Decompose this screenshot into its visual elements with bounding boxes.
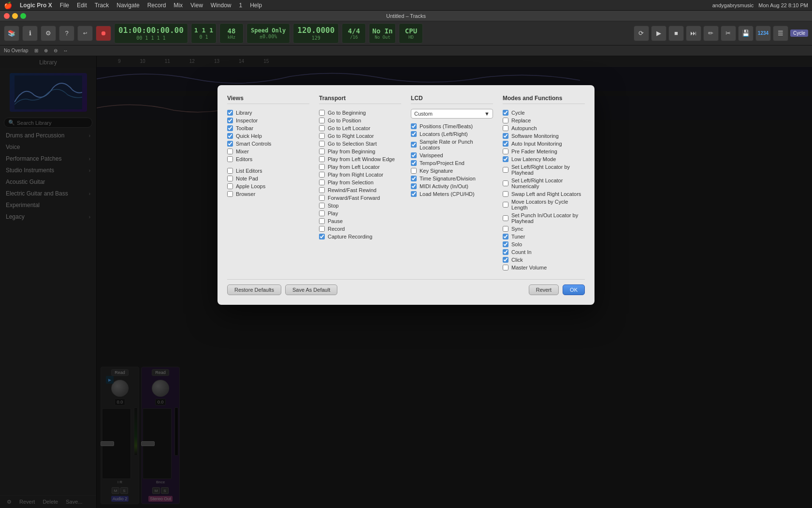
save-as-default-btn[interactable]: Save As Default [285,284,337,295]
mode-cycle-cb[interactable] [503,110,508,116]
mode-setlr-num[interactable]: Set Left/Right Locator Numerically [503,177,585,190]
tr-gotobeg-cb[interactable] [319,110,325,116]
views-appleloops[interactable]: Apple Loops [227,182,309,190]
mode-prefader-cb[interactable] [503,149,508,154]
tr-playsel-cb[interactable] [319,179,325,185]
menu-edit[interactable]: Edit [77,2,87,9]
lcd-varispeed[interactable]: Varispeed [411,151,493,159]
toolbar2-zoom-in-btn[interactable]: ⊕ [42,47,50,54]
tr-gotopos[interactable]: Go to Position [319,117,401,124]
mode-sync[interactable]: Sync [503,225,585,233]
tr-gotosel[interactable]: Go to Selection Start [319,140,401,148]
views-smartcontrols[interactable]: Smart Controls [227,140,309,148]
menu-file[interactable]: File [60,2,69,9]
mode-solo[interactable]: Solo [503,240,585,248]
mode-master-vol[interactable]: Master Volume [503,264,585,271]
views-browser[interactable]: Browser [227,190,309,198]
menu-btn[interactable]: ☰ [773,26,788,41]
tr-gotoleft[interactable]: Go to Left Locator [319,124,401,132]
undo-btn[interactable]: ↩ [77,26,93,41]
lcd-sample[interactable]: Sample Rate or Punch Locators [411,138,493,151]
toolbar2-zoom-out-btn[interactable]: ⊖ [52,47,59,54]
views-smartcontrols-checkbox[interactable] [227,141,233,147]
mode-master-vol-cb[interactable] [503,265,508,270]
tr-playleft-win[interactable]: Play from Left Window Edge [319,155,401,163]
lcd-timesig-cb[interactable] [411,176,417,181]
no-overlap-btn[interactable]: No Overlap [2,47,30,54]
tr-rewind[interactable]: Rewind/Fast Rewind [319,186,401,194]
mode-setlr-num-cb[interactable] [503,180,508,186]
views-appleloops-checkbox[interactable] [227,183,233,189]
maximize-button[interactable] [20,13,26,19]
views-quickhelp-checkbox[interactable] [227,133,233,139]
toolbar2-arrange-btn[interactable]: ↔ [61,47,70,54]
lcd-tempo-cb[interactable] [411,160,417,166]
tr-capture-cb[interactable] [319,234,325,239]
revert-modal-btn[interactable]: Revert [529,284,559,295]
toolbar2-grid-btn[interactable]: ⊞ [32,47,40,54]
mode-autopunch[interactable]: Autopunch [503,124,585,132]
tr-rewind-cb[interactable] [319,187,325,193]
save-btn[interactable]: 💾 [738,26,754,41]
mode-low-latency-cb[interactable] [503,156,508,162]
views-library[interactable]: Library [227,109,309,117]
lcd-positions-cb[interactable] [411,123,417,129]
menu-1[interactable]: 1 [239,2,243,9]
menu-record[interactable]: Record [147,2,166,9]
tr-gotopos-cb[interactable] [319,118,325,123]
views-editors[interactable]: Editors [227,155,309,163]
menu-view[interactable]: View [190,2,203,9]
app-name[interactable]: Logic Pro X [20,2,52,9]
menu-help[interactable]: Help [250,2,262,9]
mode-solo-cb[interactable] [503,241,508,247]
mode-setlr-play-cb[interactable] [503,167,508,173]
views-quickhelp[interactable]: Quick Help [227,132,309,140]
mode-autopunch-cb[interactable] [503,125,508,131]
lcd-keysig[interactable]: Key Signature [411,167,493,175]
views-toolbar[interactable]: Toolbar [227,124,309,132]
tr-play[interactable]: Play [319,209,401,217]
tr-playleft-win-cb[interactable] [319,156,325,162]
apple-menu[interactable]: 🍎 [4,1,12,9]
mode-tuner-cb[interactable] [503,234,508,239]
tr-stop-cb[interactable] [319,203,325,209]
tr-record-cb[interactable] [319,226,325,232]
mode-tuner[interactable]: Tuner [503,233,585,240]
views-mixer-checkbox[interactable] [227,149,233,154]
help-btn[interactable]: ? [59,26,74,41]
play-btn[interactable]: ▶ [651,26,667,41]
tr-capture[interactable]: Capture Recording [319,233,401,240]
mode-set-punch[interactable]: Set Punch In/Out Locator by Playhead [503,211,585,225]
lcd-sample-cb[interactable] [411,142,417,148]
mode-move-cycle[interactable]: Move Locators by Cycle Length [503,198,585,211]
tr-record[interactable]: Record [319,225,401,233]
mode-move-cycle-cb[interactable] [503,202,508,208]
tr-forward-cb[interactable] [319,195,325,201]
tr-playright[interactable]: Play from Right Locator [319,171,401,179]
record-btn[interactable]: ⏺ [96,26,111,41]
ok-modal-btn[interactable]: OK [563,284,585,295]
views-toolbar-checkbox[interactable] [227,125,233,131]
count-btn[interactable]: 1234 [755,26,771,41]
menu-window[interactable]: Window [211,2,232,9]
tr-playsel[interactable]: Play from Selection [319,179,401,186]
lcd-positions[interactable]: Positions (Time/Beats) [411,122,493,130]
mode-replace-cb[interactable] [503,118,508,123]
scissors-btn[interactable]: ✂ [721,26,736,41]
tr-gotobeg[interactable]: Go to Beginning [319,109,401,117]
views-inspector[interactable]: Inspector [227,117,309,124]
tr-gotoright-cb[interactable] [319,133,325,139]
mode-click[interactable]: Click [503,256,585,264]
lcd-keysig-cb[interactable] [411,168,417,174]
tr-gotoright[interactable]: Go to Right Locator [319,132,401,140]
views-mixer[interactable]: Mixer [227,148,309,155]
lcd-tempo[interactable]: Tempo/Project End [411,159,493,167]
mode-countin[interactable]: Count In [503,248,585,256]
inspector-toggle-btn[interactable]: ⚙ [41,26,56,41]
views-listeditors[interactable]: List Editors [227,167,309,175]
menu-track[interactable]: Track [95,2,109,9]
lcd-timesig[interactable]: Time Signature/Division [411,175,493,182]
lcd-midi[interactable]: MIDI Activity (In/Out) [411,182,493,190]
restore-defaults-btn[interactable]: Restore Defaults [227,284,281,295]
mode-swap-loc-cb[interactable] [503,191,508,197]
